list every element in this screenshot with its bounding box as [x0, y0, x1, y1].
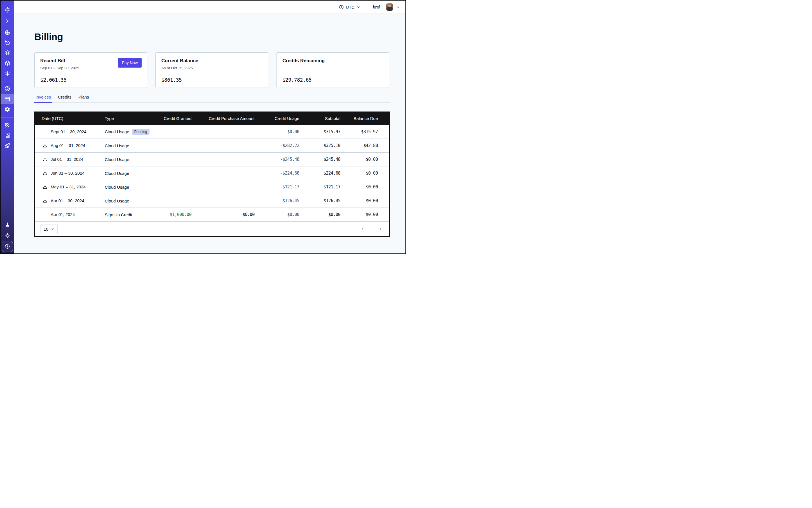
timezone-selector[interactable]: UTC: [339, 4, 361, 10]
dollar-badge-icon: $: [4, 243, 10, 250]
collapse-chevron-right-icon[interactable]: [1, 16, 14, 26]
download-icon: [43, 143, 48, 148]
invoice-date: Jul 01 – 31, 2024: [51, 157, 83, 162]
subtotal: $0.00: [299, 208, 340, 222]
table-row: May 01 – 31, 2024 Cloud Usage -$121.17 $…: [35, 180, 389, 194]
labs-flask-icon[interactable]: [1, 220, 14, 230]
pagination-arrows: [361, 226, 382, 232]
layers-icon[interactable]: [1, 48, 14, 58]
credits-dollar-badge-button[interactable]: $: [2, 241, 13, 252]
recent-bill-card: Recent Bill Sep 01 – Sep 30, 2025 $2,061…: [34, 52, 147, 88]
credit-usage: $0.00: [255, 125, 299, 139]
status-badge: Pending: [132, 129, 149, 135]
credit-usage: -$282.22: [255, 139, 299, 153]
subtotal: $121.17: [299, 180, 340, 194]
table-row: Aug 01 – 31, 2024 Cloud Usage -$282.22 $…: [35, 139, 389, 153]
recent-bill-amount: $2,061.35: [40, 77, 67, 83]
billing-tabs: Invoices Credits Plans: [34, 95, 390, 103]
sidebar-item-billing[interactable]: [1, 94, 14, 104]
asterisk-icon[interactable]: [1, 69, 14, 79]
chevron-down-icon: [51, 227, 55, 231]
subtotal: $315.97: [299, 125, 340, 139]
credits-remaining-card: Credits Remaining $29,782.65: [276, 52, 389, 88]
user-avatar[interactable]: [386, 3, 393, 11]
pagination-bar: 10: [35, 221, 389, 236]
subtotal: $245.48: [299, 153, 340, 166]
balance-due: $0.00: [340, 180, 389, 194]
timezone-label: UTC: [346, 5, 354, 9]
sidebar-divider: [1, 117, 14, 118]
download-invoice-button[interactable]: [43, 184, 48, 189]
settings-gear-icon[interactable]: [1, 104, 14, 114]
credit-usage: -$121.17: [255, 180, 299, 194]
glasses-toggle[interactable]: [373, 5, 380, 9]
docs-book-sparkle-icon[interactable]: [1, 130, 14, 140]
credit-usage: -$224.68: [255, 166, 299, 180]
invoice-date: Aug 01 – 31, 2024: [51, 143, 85, 148]
balance-due: $0.00: [340, 208, 389, 222]
table-row: Apr 01 – 30, 2024 Cloud Usage -$126.45 $…: [35, 194, 389, 208]
previous-page-button[interactable]: [361, 226, 367, 232]
helm-icon[interactable]: [1, 120, 14, 130]
card-title: Credits Remaining: [283, 58, 383, 64]
page-size-select[interactable]: 10: [41, 224, 58, 234]
download-invoice-button[interactable]: [43, 171, 48, 176]
rocket-icon[interactable]: [1, 140, 14, 151]
col-balance-due: Balance Due: [340, 112, 389, 125]
tab-plans[interactable]: Plans: [77, 95, 90, 103]
invoice-date: Apr 01 – 30, 2024: [51, 198, 84, 203]
sidebar-divider: [1, 81, 14, 81]
arrow-left-icon: [361, 226, 367, 232]
chevron-down-icon: [396, 5, 400, 9]
current-balance-amount: $861.35: [161, 77, 182, 83]
clock-icon: [339, 4, 344, 10]
cube-icon[interactable]: [1, 58, 14, 68]
next-page-button[interactable]: [377, 226, 382, 232]
download-icon: [43, 184, 48, 189]
theme-sun-icon[interactable]: [1, 230, 14, 240]
balance-due: $0.00: [340, 153, 389, 166]
svg-text:$: $: [6, 245, 8, 248]
invoice-type: Cloud Usage: [99, 139, 160, 153]
balance-due: $0.00: [340, 166, 389, 180]
pay-now-button[interactable]: Pay Now: [118, 58, 142, 68]
invoice-date: May 01 – 31, 2024: [51, 184, 86, 189]
arrow-right-icon: [377, 226, 382, 232]
invoice-date: Jun 01 – 30, 2024: [51, 171, 84, 175]
user-menu-chevron[interactable]: [396, 5, 400, 9]
download-invoice-button[interactable]: [43, 198, 48, 203]
credit-usage: $0.00: [255, 208, 299, 222]
spiral-icon[interactable]: [1, 27, 14, 37]
card-subtitle: As of Oct 15, 2025: [161, 66, 262, 70]
download-invoice-button[interactable]: [43, 143, 48, 148]
history-timer-icon[interactable]: [1, 37, 14, 48]
subtotal: $126.45: [299, 194, 340, 208]
download-invoice-button[interactable]: [43, 157, 48, 162]
page-title: Billing: [34, 32, 390, 42]
col-type: Type: [99, 112, 160, 125]
subtotal: $325.10: [299, 139, 340, 153]
download-icon: [43, 157, 48, 162]
table-row: Jul 01 – 31, 2024 Cloud Usage -$245.48 $…: [35, 153, 389, 166]
credits-remaining-amount: $29,782.65: [283, 77, 311, 83]
glasses-icon: [373, 5, 380, 9]
download-icon: [43, 171, 48, 176]
balance-due: $0.00: [340, 194, 389, 208]
balance-due: $42.88: [340, 139, 389, 153]
credit-usage: -$245.48: [255, 153, 299, 166]
tab-credits[interactable]: Credits: [57, 95, 73, 103]
credit-usage: -$126.45: [255, 194, 299, 208]
invoices-table: Date (UTC) Type Credit Granted Credit Pu…: [35, 112, 389, 221]
invoice-type: Cloud Usage: [99, 153, 160, 166]
invoice-date: Apr 01, 2024: [51, 212, 75, 217]
orbit-logo-icon[interactable]: [1, 4, 14, 15]
col-subtotal: Subtotal: [299, 112, 340, 125]
gauge-icon[interactable]: [1, 84, 14, 94]
table-row: Jun 01 – 30, 2024 Cloud Usage -$224.68 $…: [35, 166, 389, 180]
col-credit-granted: Credit Granted: [160, 112, 191, 125]
invoice-type: Cloud Usage: [99, 194, 160, 208]
tab-invoices[interactable]: Invoices: [34, 95, 52, 103]
invoice-type: Cloud Usage: [99, 180, 160, 194]
download-icon: [43, 198, 48, 203]
table-row: Sept 01 – 30, 2024 Cloud UsagePending $0…: [35, 125, 389, 139]
